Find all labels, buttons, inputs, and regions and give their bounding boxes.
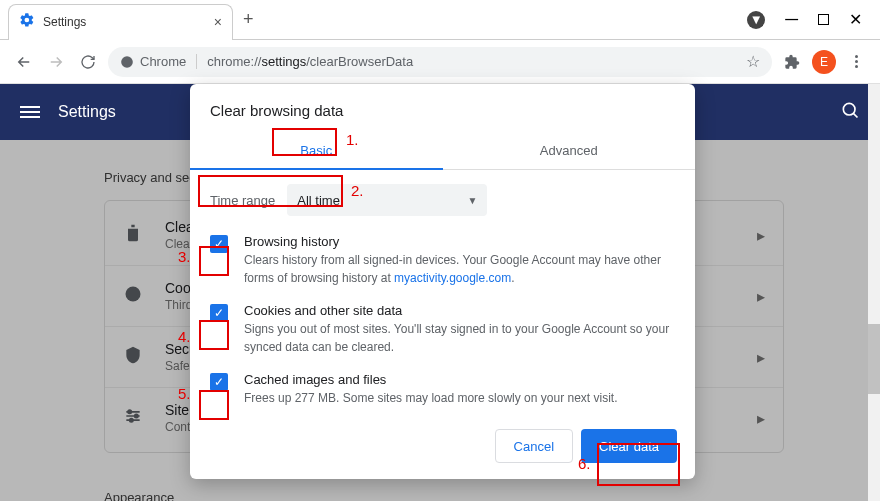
checkbox-cache[interactable]: ✓	[210, 373, 228, 391]
window-close-icon[interactable]: ✕	[849, 10, 862, 29]
browser-tab[interactable]: Settings ×	[8, 4, 233, 40]
option-title: Browsing history	[244, 234, 675, 249]
tab-close-icon[interactable]: ×	[214, 14, 222, 30]
gear-icon	[19, 12, 43, 32]
window-minimize-icon[interactable]: ─	[785, 9, 798, 30]
extensions-icon[interactable]	[780, 54, 804, 70]
url-text: chrome://settings/clearBrowserData	[207, 54, 736, 69]
option-title: Cookies and other site data	[244, 303, 675, 318]
option-desc: Signs you out of most sites. You'll stay…	[244, 320, 675, 356]
window-controls: ▼ ─ ✕	[747, 9, 880, 30]
toolbar: Chrome chrome://settings/clearBrowserDat…	[0, 40, 880, 84]
myactivity-link[interactable]: myactivity.google.com	[394, 271, 511, 285]
annotation-label-6: 6.	[578, 455, 591, 472]
tab-title: Settings	[43, 15, 214, 29]
forward-button[interactable]	[44, 50, 68, 74]
bookmark-star-icon[interactable]: ☆	[746, 52, 760, 71]
hamburger-icon[interactable]	[20, 103, 40, 121]
annotation-box-1	[272, 128, 337, 156]
window-maximize-icon[interactable]	[818, 14, 829, 25]
cancel-button[interactable]: Cancel	[495, 429, 573, 463]
reload-button[interactable]	[76, 50, 100, 74]
option-desc: Clears history from all signed-in device…	[244, 251, 675, 287]
annotation-label-3: 3.	[178, 248, 191, 265]
chevron-down-icon[interactable]: ▼	[747, 11, 765, 29]
annotation-box-6	[597, 443, 680, 486]
dialog-tabs: Basic Advanced	[190, 133, 695, 170]
clear-browsing-data-dialog: Clear browsing data Basic Advanced Time …	[190, 84, 695, 479]
svg-point-0	[121, 56, 133, 68]
newtab-button[interactable]: +	[243, 9, 254, 30]
browser-menu-button[interactable]	[844, 55, 868, 68]
option-title: Cached images and files	[244, 372, 617, 387]
annotation-label-1: 1.	[346, 131, 359, 148]
annotation-box-5	[199, 390, 229, 420]
annotation-label-4: 4.	[178, 328, 191, 345]
annotation-box-4	[199, 320, 229, 350]
annotation-label-5: 5.	[178, 385, 191, 402]
browser-titlebar: Settings × + ▼ ─ ✕	[0, 0, 880, 40]
vertical-scrollbar[interactable]	[868, 84, 880, 501]
annotation-box-3	[199, 246, 229, 276]
annotation-label-2: 2.	[351, 182, 364, 199]
scrollbar-thumb[interactable]	[868, 324, 880, 394]
option-desc: Frees up 277 MB. Some sites may load mor…	[244, 389, 617, 407]
profile-avatar[interactable]: E	[812, 50, 836, 74]
site-chip: Chrome	[120, 54, 197, 69]
annotation-box-2	[198, 175, 343, 207]
back-button[interactable]	[12, 50, 36, 74]
tab-advanced[interactable]: Advanced	[443, 133, 696, 170]
dialog-title: Clear browsing data	[190, 84, 695, 133]
omnibox[interactable]: Chrome chrome://settings/clearBrowserDat…	[108, 47, 772, 77]
svg-point-1	[843, 103, 855, 115]
chevron-down-icon: ▼	[467, 195, 477, 206]
search-icon[interactable]	[840, 100, 860, 124]
